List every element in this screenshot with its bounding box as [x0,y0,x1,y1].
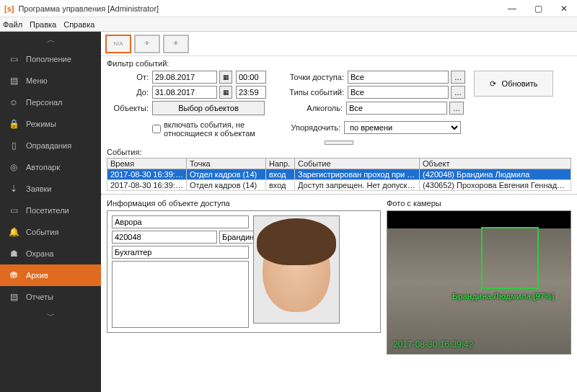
to-date-calendar-button[interactable]: ▦ [219,86,232,99]
sidebar-item-label: Персонал [26,98,63,107]
face-recognition-label: Брандина Людмила [97%] [452,292,554,300]
camera-frame: Брандина Людмила [97%] 2017-08-30 16:39:… [387,210,571,355]
menu-help[interactable]: Справка [63,20,94,29]
sidebar-item-archive[interactable]: ⛃ Архив [0,264,101,286]
sidebar-item-reports[interactable]: ▤ Отчеты [0,286,101,308]
from-date-input[interactable] [152,71,217,84]
camera-panel: Фото с камеры Брандина Людмила [97%] 201… [387,199,571,388]
report-icon: ▤ [9,292,19,302]
maximize-button[interactable]: ▢ [525,0,551,17]
menu-bar: Файл Правка Справка [0,17,577,32]
filter-label: Фильтр событий: [107,59,571,68]
window-title: Программа управления [Administrator] [18,4,499,13]
cell-time: 2017-08-30 16:39:43 [107,180,187,191]
thumbnail-2[interactable]: 👁 [134,35,160,53]
sidebar-item-label: Охрана [26,249,53,258]
sidebar-item-modes[interactable]: 🔒 Режимы [0,113,101,135]
to-label: До: [107,88,150,97]
sort-label: Упорядочить: [284,123,342,132]
sidebar-item-autopark[interactable]: ◎ Автопарк [0,156,101,178]
info-notes-field[interactable] [112,261,249,328]
sidebar-item-label: Отчеты [26,293,53,301]
info-code-field[interactable] [112,231,217,244]
events-label: События: [107,148,571,156]
sidebar-scroll-down[interactable]: ﹀ [0,308,101,324]
info-position-field[interactable] [112,246,249,259]
cell-event: Зарегистрирован проход при открытой две… [295,169,420,180]
sidebar-item-label: События [26,228,58,236]
cell-direction: вход [266,169,295,180]
col-time[interactable]: Время [107,159,187,169]
sidebar-item-label: Оправдания [26,141,71,150]
sidebar-item-label: Посетители [26,206,69,215]
table-row[interactable]: 2017-08-30 16:39:43 Отдел кадров (14) вх… [107,180,571,191]
event-types-field[interactable] [348,86,449,99]
events-table: Время Точка Напр. Событие Объект 2017-08… [107,158,571,191]
thumbnail-3[interactable]: 👁 [163,35,189,53]
sort-select[interactable]: по времени [344,121,461,134]
sidebar-item-requests[interactable]: ⇣ Заявки [0,178,101,200]
choose-objects-button[interactable]: Выбор объектов [152,101,265,115]
include-unrelated-checkbox[interactable] [152,125,161,133]
camera-thumbnails: N/A 👁 👁 [101,32,577,56]
cell-object: (430652) Прохорова Евгения Геннадьевна [420,180,571,191]
menu-edit[interactable]: Правка [30,20,56,29]
horizontal-splitter[interactable] [101,139,577,146]
alcohol-browse-button[interactable]: … [449,102,464,115]
col-direction[interactable]: Напр. [266,159,295,169]
alcohol-field[interactable] [346,102,447,115]
sidebar-item-visitors[interactable]: ▭ Посетители [0,200,101,221]
refresh-button[interactable]: ⟳ Обновить [474,71,553,97]
filter-section: Фильтр событий: От: ▦ Точки доступа: … [101,56,577,139]
lock-icon: 🔒 [9,119,19,129]
sidebar-item-personnel[interactable]: ☺ Персонал [0,92,101,113]
content-area: N/A 👁 👁 Фильтр событий: От: ▦ Точки дост… [101,32,577,392]
close-button[interactable]: ✕ [551,0,577,17]
sidebar-item-security[interactable]: ☗ Охрана [0,243,101,264]
sidebar-item-label: Архив [26,271,48,280]
to-date-input[interactable] [152,86,217,99]
sidebar-item-label: Пополнение [26,55,71,63]
events-header-row: Время Точка Напр. Событие Объект [107,159,571,169]
camera-panel-title: Фото с камеры [387,199,571,208]
object-info-panel: Информация об объекте доступа [107,199,381,388]
app-icon: [s] [4,4,14,13]
event-types-browse-button[interactable]: … [451,86,465,99]
info-panel-title: Информация об объекте доступа [107,199,381,208]
face-bounding-box [481,227,539,289]
access-points-field[interactable] [348,71,449,84]
sidebar-item-toplenie[interactable]: ▭ Пополнение [0,48,101,70]
col-point[interactable]: Точка [187,159,266,169]
camera-timestamp: 2017-08-30 16:39:42 [393,339,473,349]
sidebar-item-label: Меню [26,76,48,85]
objects-label: Объекты: [107,104,150,112]
from-label: От: [107,73,150,81]
info-company-field[interactable] [112,215,249,228]
doc-icon: ▯ [9,141,19,151]
cell-direction: вход [266,180,295,191]
access-points-browse-button[interactable]: … [451,71,465,84]
event-types-label: Типы событий: [288,88,345,97]
cell-point: Отдел кадров (14) [187,169,266,180]
wallet-icon: ▭ [9,54,19,64]
sidebar-item-events[interactable]: 🔔 События [0,221,101,243]
table-row[interactable]: 2017-08-30 16:39:42 Отдел кадров (14) вх… [107,169,571,180]
events-section: События: Время Точка Напр. Событие Объек… [101,146,577,191]
sidebar-item-label: Режимы [26,120,56,128]
sidebar-item-excuses[interactable]: ▯ Оправдания [0,135,101,156]
sidebar-scroll-up[interactable]: ︿ [0,32,101,48]
refresh-icon: ⟳ [490,79,496,89]
menu-file[interactable]: Файл [3,20,22,29]
thumbnail-1[interactable]: N/A [105,35,131,53]
bell-icon: 🔔 [9,227,19,237]
col-object[interactable]: Объект [420,159,571,169]
sidebar-item-menu[interactable]: ▤ Меню [0,70,101,92]
refresh-label: Обновить [502,79,538,88]
cell-time: 2017-08-30 16:39:42 [107,169,187,180]
sidebar-item-label: Заявки [26,184,52,193]
col-event[interactable]: Событие [295,159,420,169]
minimize-button[interactable]: — [499,0,525,17]
from-time-input[interactable] [236,71,266,84]
from-date-calendar-button[interactable]: ▦ [219,71,232,84]
to-time-input[interactable] [236,86,266,99]
